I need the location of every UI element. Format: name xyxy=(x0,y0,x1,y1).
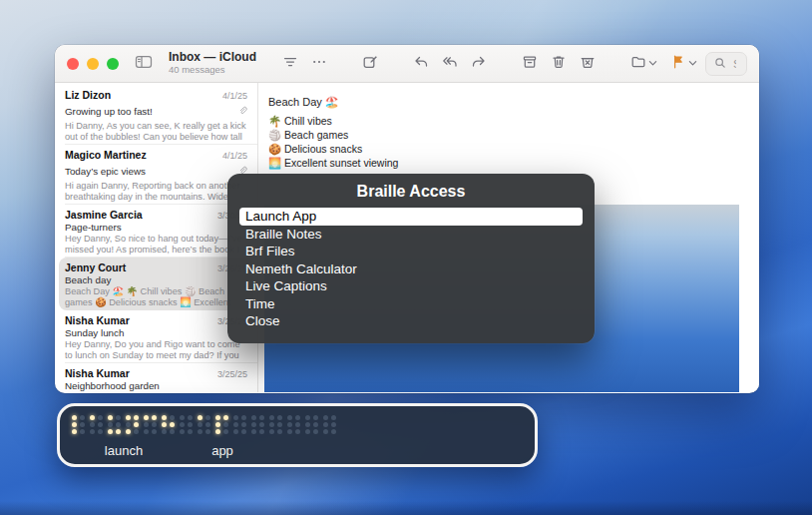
archive-button[interactable] xyxy=(522,54,538,73)
braille-dot xyxy=(313,422,318,427)
menu-item-braille-notes[interactable]: Braille Notes xyxy=(239,226,583,244)
braille-dot xyxy=(144,415,149,420)
trash-button[interactable] xyxy=(551,54,567,73)
email-body-line: 🌴 Chill vibes xyxy=(268,114,398,128)
email-body-line: 🍪 Delicious snacks xyxy=(268,142,398,156)
braille-dot xyxy=(251,429,256,434)
braille-dot xyxy=(126,422,131,427)
compose-icon xyxy=(362,54,378,73)
sidebar-toggle-button[interactable] xyxy=(135,54,153,73)
braille-dot xyxy=(269,422,274,427)
braille-dot xyxy=(305,429,310,434)
message-count: 40 messages xyxy=(169,65,260,76)
message-date: 4/1/25 xyxy=(222,151,247,161)
close-window-button[interactable] xyxy=(67,58,79,70)
mail-toolbar: Inbox — iCloud 40 messages xyxy=(55,45,759,83)
braille-dot xyxy=(162,429,167,434)
braille-dot xyxy=(98,415,103,420)
braille-dot xyxy=(180,415,185,420)
compose-button[interactable] xyxy=(362,54,378,73)
menu-item-brf-files[interactable]: Brf Files xyxy=(239,243,583,260)
braille-dot xyxy=(80,415,85,420)
junk-button[interactable] xyxy=(580,54,596,73)
braille-dot xyxy=(241,422,246,427)
braille-dot xyxy=(323,422,328,427)
braille-dot xyxy=(223,415,228,420)
search-field[interactable] xyxy=(705,52,747,76)
email-body-title: Beach Day 🏖️ xyxy=(268,96,339,109)
message-subject: Neighborhood garden xyxy=(65,380,160,391)
reply-all-button[interactable] xyxy=(442,54,458,73)
message-sender: Jasmine Garcia xyxy=(65,209,143,221)
more-button[interactable] xyxy=(311,54,327,73)
email-body-line: 🌅 Excellent sunset viewing xyxy=(268,156,398,170)
braille-dot xyxy=(259,429,264,434)
braille-dot xyxy=(295,422,300,427)
chevron-down-icon xyxy=(688,59,697,68)
braille-dot xyxy=(80,429,85,434)
menu-item-close[interactable]: Close xyxy=(239,312,583,330)
message-list-item[interactable]: Jenny Court3/26/25 Beach day Beach Day 🏖… xyxy=(59,258,253,310)
flag-button[interactable] xyxy=(670,54,686,73)
braille-dot xyxy=(277,422,282,427)
braille-cell xyxy=(72,415,85,434)
sidebar-icon xyxy=(135,54,153,73)
braille-dot xyxy=(205,422,210,427)
archive-icon xyxy=(522,54,538,73)
braille-dot xyxy=(72,415,77,420)
braille-dot xyxy=(233,429,238,434)
braille-dot xyxy=(108,415,113,420)
braille-dot xyxy=(126,429,131,434)
braille-dot xyxy=(170,429,175,434)
window-controls xyxy=(67,58,119,70)
message-sender: Magico Martinez xyxy=(65,149,147,161)
braille-dot xyxy=(90,429,95,434)
braille-dot xyxy=(108,422,113,427)
braille-dot xyxy=(162,422,167,427)
braille-display-bar: launch app xyxy=(57,403,538,467)
menu-item-launch-app[interactable]: Launch App xyxy=(239,208,583,226)
message-preview: Hi Danny, As you can see, K really get a… xyxy=(65,121,247,142)
menu-item-nemeth-calculator[interactable]: Nemeth Calculator xyxy=(239,260,583,278)
braille-cell xyxy=(90,415,103,434)
braille-word-label: app xyxy=(211,443,233,458)
filter-button[interactable] xyxy=(282,54,298,73)
braille-dot xyxy=(287,422,292,427)
flag-dropdown[interactable] xyxy=(670,54,697,73)
braille-dot xyxy=(108,429,113,434)
braille-dot xyxy=(116,422,121,427)
message-list-item[interactable]: Nisha Kumar3/25/25 Neighborhood garden H… xyxy=(55,363,257,392)
zoom-window-button[interactable] xyxy=(107,58,119,70)
braille-dot xyxy=(72,429,77,434)
braille-dot xyxy=(98,429,103,434)
email-body-list: 🌴 Chill vibes 🏐 Beach games 🍪 Delicious … xyxy=(268,114,398,170)
search-input[interactable] xyxy=(731,57,738,71)
reply-button[interactable] xyxy=(413,54,429,73)
braille-dot xyxy=(313,415,318,420)
braille-cell xyxy=(108,415,121,434)
reply-icon xyxy=(413,54,429,73)
message-sender: Liz Dizon xyxy=(65,89,111,101)
braille-cell xyxy=(323,415,336,434)
menu-item-time[interactable]: Time xyxy=(239,295,583,313)
minimize-window-button[interactable] xyxy=(87,58,99,70)
message-subject: Page-turners xyxy=(65,222,122,233)
message-preview: Beach Day 🏖️ 🌴 Chill vibes 🏐 Beach games… xyxy=(65,286,247,307)
braille-dot xyxy=(259,422,264,427)
forward-button[interactable] xyxy=(471,54,487,73)
message-preview: Hey Danny, Do you and Rigo want to come … xyxy=(65,339,247,360)
braille-dot xyxy=(251,415,256,420)
move-to-folder-dropdown[interactable] xyxy=(630,54,657,73)
braille-cell xyxy=(126,415,139,434)
braille-dot xyxy=(134,415,139,420)
email-body-line: 🏐 Beach games xyxy=(268,128,398,142)
braille-cell xyxy=(162,415,175,434)
message-subject: Beach day xyxy=(65,274,111,285)
menu-item-live-captions[interactable]: Live Captions xyxy=(239,277,583,295)
folder-button[interactable] xyxy=(630,54,646,73)
message-list-item[interactable]: Liz Dizon4/1/25 Growing up too fast! Hi … xyxy=(55,85,257,145)
braille-dot xyxy=(287,429,292,434)
braille-dot xyxy=(215,422,220,427)
folder-icon xyxy=(630,54,646,73)
braille-dot xyxy=(180,422,185,427)
